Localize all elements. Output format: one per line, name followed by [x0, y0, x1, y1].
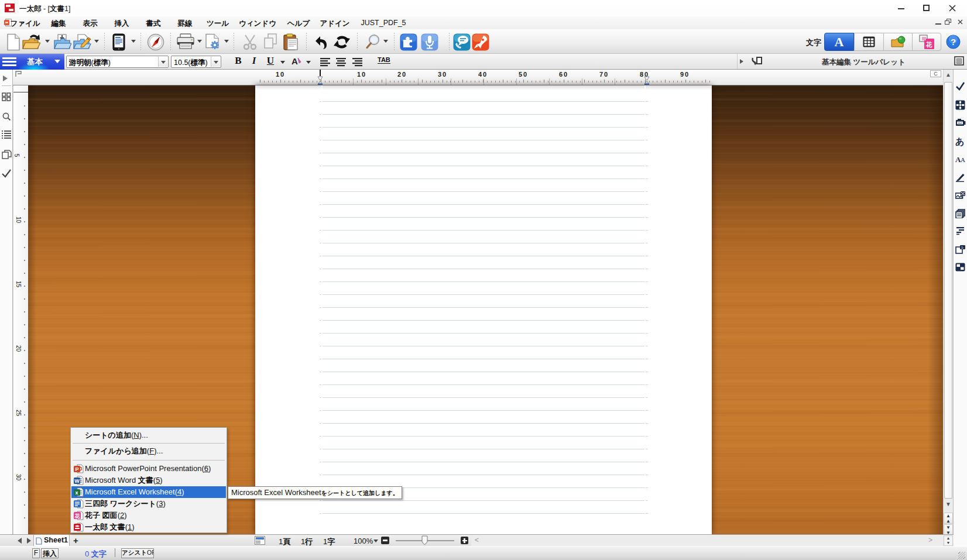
svg-text:x: x	[76, 490, 78, 496]
svg-text:花: 花	[925, 41, 932, 48]
svg-text:A: A	[961, 156, 965, 163]
svg-text:花: 花	[74, 513, 80, 519]
svg-text:1-: 1-	[961, 246, 964, 249]
svg-text:P: P	[76, 466, 79, 472]
svg-text:A: A	[292, 56, 298, 66]
svg-text:W: W	[74, 478, 80, 484]
svg-text:112: 112	[958, 122, 962, 125]
svg-text:?: ?	[951, 37, 956, 47]
